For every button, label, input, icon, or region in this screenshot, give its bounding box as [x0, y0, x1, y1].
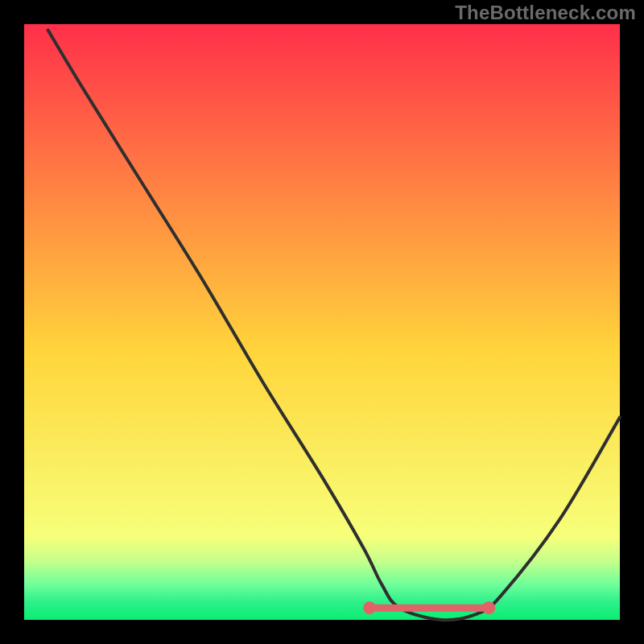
plot-area [24, 24, 620, 620]
bottleneck-chart [0, 0, 644, 644]
watermark-text: TheBottleneck.com [455, 2, 636, 24]
optimal-range-dot-right [482, 601, 495, 614]
optimal-range-dot-left [363, 601, 376, 614]
